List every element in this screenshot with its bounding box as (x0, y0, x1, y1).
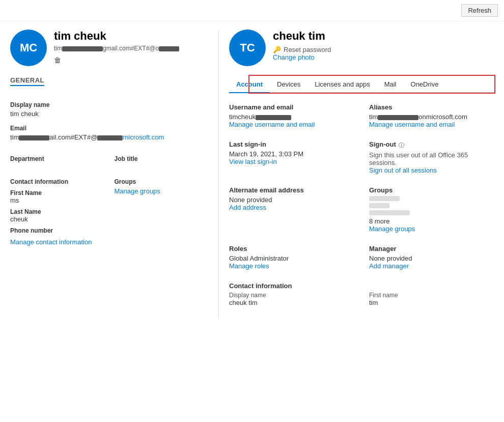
left-user-name: tim cheuk (54, 30, 208, 43)
alternate-email-title: Alternate email address (229, 186, 354, 194)
dept-jobtitle-row: Department Job title (10, 148, 208, 164)
aliases-title: Aliases (369, 103, 494, 111)
left-user-header: MC tim cheuk timgmail.com#EXT#@o 🗑 (10, 30, 208, 66)
refresh-button[interactable]: Refresh (461, 4, 498, 17)
aliases-value: timonmicrosoft.com (369, 113, 494, 121)
contact-display-name-label: Display name (229, 292, 354, 299)
group-item-1 (369, 196, 400, 201)
right-panel: TC cheuk tim 🔑 Reset password Change pho… (219, 30, 504, 319)
last-signin-section: Last sign-in March 19, 2021, 3:03 PM Vie… (229, 140, 354, 174)
main-content: MC tim cheuk timgmail.com#EXT#@o 🗑 Gener… (0, 21, 504, 327)
view-last-signin-link[interactable]: View last sign-in (229, 158, 277, 165)
signout-title: Sign-out (369, 140, 396, 148)
contact-groups-row: Contact information First Name ms Last N… (10, 171, 208, 246)
reset-password[interactable]: 🔑 Reset password (273, 46, 494, 53)
job-title-label: Job title (115, 155, 209, 162)
manager-section: Manager None provided Add manager (369, 245, 494, 270)
add-manager-link[interactable]: Add manager (369, 262, 409, 270)
manage-contact-link[interactable]: Manage contact information (10, 238, 104, 246)
right-user-name: cheuk tim (273, 30, 494, 43)
key-icon: 🔑 (273, 46, 281, 53)
account-tab-content: Username and email timcheuk Manage usern… (229, 103, 494, 319)
signout-description: Sign this user out of all Office 365 ses… (369, 151, 494, 166)
username-email-title: Username and email (229, 103, 354, 111)
general-section-title: General (10, 76, 44, 86)
tab-devices[interactable]: Devices (270, 76, 307, 92)
manage-aliases-link[interactable]: Manage username and email (369, 121, 455, 128)
manage-roles-link[interactable]: Manage roles (229, 262, 269, 270)
left-user-info: tim cheuk timgmail.com#EXT#@o 🗑 (54, 30, 208, 64)
groups-right-section: Groups 8 more Manage groups (369, 186, 494, 233)
groups-label: Groups (115, 178, 209, 185)
aliases-section: Aliases timonmicrosoft.com Manage userna… (369, 103, 494, 128)
last-name-value: cheuk (10, 215, 104, 223)
add-address-link[interactable]: Add address (229, 204, 266, 211)
left-user-email: timgmail.com#EXT#@o (54, 45, 208, 52)
signout-title-row: Sign-out ⓘ (369, 140, 494, 150)
manage-username-email-link[interactable]: Manage username and email (229, 121, 315, 128)
tab-mail[interactable]: Mail (377, 76, 404, 92)
groups-right-title: Groups (369, 186, 494, 194)
signout-all-sessions-link[interactable]: Sign out of all sessions (369, 166, 437, 174)
alternate-email-section: Alternate email address None provided Ad… (229, 186, 354, 233)
contact-info-bottom-grid: Display name cheuk tim First name tim (229, 292, 494, 306)
left-avatar: MC (10, 30, 47, 66)
top-bar: Refresh (0, 0, 504, 21)
tabs-container: Account Devices Licenses and apps Mail O… (229, 76, 494, 93)
contact-first-name-label: First name (369, 292, 494, 299)
display-name-field: Display name tim cheuk (10, 101, 208, 118)
first-name-value: ms (10, 196, 104, 204)
email-value: timail.com#EXT#@microsoft.com (10, 133, 208, 141)
tab-onedrive[interactable]: OneDrive (404, 76, 446, 92)
last-signin-title: Last sign-in (229, 140, 354, 148)
tab-licenses[interactable]: Licenses and apps (307, 76, 377, 92)
group-item-2 (369, 203, 389, 208)
roles-section: Roles Global Administrator Manage roles (229, 245, 354, 270)
contact-info-bottom-title: Contact information (229, 282, 494, 290)
change-photo-link[interactable]: Change photo (273, 53, 315, 61)
right-avatar: TC (229, 30, 266, 66)
first-name-label: First Name (10, 189, 104, 196)
email-field: Email timail.com#EXT#@microsoft.com (10, 125, 208, 141)
contact-info-label: Contact information (10, 178, 104, 185)
display-name-value: tim cheuk (10, 110, 208, 118)
alternate-email-value: None provided (229, 196, 354, 204)
display-name-label: Display name (10, 101, 208, 108)
last-name-label: Last Name (10, 208, 104, 215)
signout-section: Sign-out ⓘ Sign this user out of all Off… (369, 140, 494, 174)
email-label: Email (10, 125, 208, 132)
manager-value: None provided (369, 255, 494, 262)
manager-title: Manager (369, 245, 494, 252)
delete-icon[interactable]: 🗑 (54, 56, 208, 64)
roles-title: Roles (229, 245, 354, 252)
reset-password-label: Reset password (284, 46, 331, 53)
contact-info-bottom-section: Contact information Display name cheuk t… (229, 282, 494, 306)
roles-value: Global Administrator (229, 255, 354, 262)
manage-groups-link-left[interactable]: Manage groups (115, 187, 209, 195)
manage-groups-link-right[interactable]: Manage groups (369, 225, 415, 233)
username-email-value: timcheuk (229, 113, 354, 121)
department-label: Department (10, 155, 104, 162)
last-signin-value: March 19, 2021, 3:03 PM (229, 150, 354, 158)
info-icon: ⓘ (399, 142, 404, 149)
group-item-3 (369, 210, 410, 215)
username-email-section: Username and email timcheuk Manage usern… (229, 103, 354, 128)
contact-first-name-value: tim (369, 299, 494, 306)
left-panel: MC tim cheuk timgmail.com#EXT#@o 🗑 Gener… (0, 30, 219, 319)
contact-display-name-value: cheuk tim (229, 299, 354, 306)
right-user-header: TC cheuk tim 🔑 Reset password Change pho… (229, 30, 494, 66)
right-user-info: cheuk tim 🔑 Reset password Change photo (273, 30, 494, 61)
tab-account[interactable]: Account (229, 76, 270, 93)
groups-more: 8 more (369, 217, 494, 225)
phone-label: Phone number (10, 227, 104, 234)
